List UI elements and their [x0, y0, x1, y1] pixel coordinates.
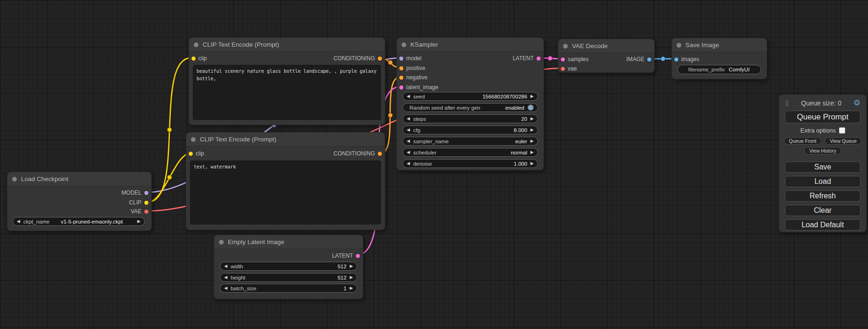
output-slot-clip[interactable]: CLIP [129, 198, 148, 207]
collapse-dot-icon[interactable] [563, 44, 568, 49]
latent-slot-dot[interactable] [356, 254, 360, 258]
output-slot-latent[interactable]: LATENT [332, 251, 360, 260]
view-queue-button[interactable]: View Queue [825, 137, 861, 145]
input-slot-images[interactable]: images [674, 55, 699, 64]
input-slot-model[interactable]: model [399, 54, 422, 63]
input-slot-clip[interactable]: clip [189, 149, 204, 158]
increment-arrow-icon[interactable]: ▶ [350, 286, 353, 290]
decrement-arrow-icon[interactable]: ◀ [224, 275, 227, 280]
output-slot-image[interactable]: IMAGE [626, 55, 651, 64]
output-slot-conditioning[interactable]: CONDITIONING [333, 149, 382, 158]
input-slot-negative[interactable]: negative [399, 73, 427, 82]
latent-slot-dot[interactable] [399, 85, 403, 90]
increment-arrow-icon[interactable]: ▶ [530, 150, 534, 154]
clear-button[interactable]: Clear [785, 205, 861, 216]
node-header[interactable]: Save Image [672, 38, 767, 52]
increment-arrow-icon[interactable]: ▶ [530, 94, 534, 98]
queue-panel[interactable]: ⣿ Queue size: 0 ⚙ Queue Prompt Extra opt… [779, 94, 867, 232]
decrement-arrow-icon[interactable]: ◀ [407, 161, 410, 166]
steps-widget[interactable]: ◀ steps 20 ▶ [402, 114, 538, 123]
latent-slot-dot[interactable] [536, 56, 541, 61]
node-load-checkpoint[interactable]: Load Checkpoint MODEL CLIP VAE ◀ ckpt_na… [7, 172, 152, 231]
filename-prefix-widget[interactable]: filename_prefix ComfyUI [677, 65, 761, 74]
node-ksampler[interactable]: KSampler model positive negative latent_… [396, 37, 544, 170]
decrement-arrow-icon[interactable]: ◀ [17, 219, 20, 224]
input-slot-clip[interactable]: clip [191, 54, 207, 63]
output-slot-vae[interactable]: VAE [131, 207, 148, 216]
width-widget[interactable]: ◀ width 512 ▶ [220, 262, 357, 271]
input-slot-vae[interactable]: vae [561, 64, 577, 73]
input-slot-positive[interactable]: positive [399, 63, 425, 73]
extra-options-checkbox[interactable] [839, 127, 845, 133]
cfg-widget[interactable]: ◀ cfg 8.000 ▶ [402, 126, 538, 134]
increment-arrow-icon[interactable]: ▶ [530, 161, 534, 166]
increment-arrow-icon[interactable]: ▶ [530, 139, 534, 143]
seed-widget[interactable]: ◀ seed 156680208700286 ▶ [402, 92, 538, 101]
decrement-arrow-icon[interactable]: ◀ [407, 128, 410, 132]
node-clip-text-encode-negative[interactable]: CLIP Text Encode (Prompt) clip CONDITION… [186, 132, 385, 230]
save-button[interactable]: Save [785, 161, 861, 173]
clip-slot-dot[interactable] [191, 56, 196, 61]
negative-prompt-textarea[interactable]: text, watermark [190, 161, 381, 224]
queue-front-button[interactable]: Queue Front [784, 137, 822, 145]
increment-arrow-icon[interactable]: ▶ [530, 117, 534, 121]
collapse-dot-icon[interactable] [194, 42, 198, 47]
queue-prompt-button[interactable]: Queue Prompt [785, 111, 861, 123]
decrement-arrow-icon[interactable]: ◀ [407, 139, 410, 143]
scheduler-widget[interactable]: ◀ scheduler normal ▶ [402, 148, 538, 157]
node-header[interactable]: KSampler [397, 38, 543, 52]
drag-handle-icon[interactable]: ⣿ [785, 100, 789, 106]
increment-arrow-icon[interactable]: ▶ [350, 275, 353, 280]
output-slot-conditioning[interactable]: CONDITIONING [333, 54, 382, 63]
vae-slot-dot[interactable] [561, 67, 565, 71]
decrement-arrow-icon[interactable]: ◀ [407, 117, 410, 121]
collapse-dot-icon[interactable] [677, 43, 681, 48]
latent-slot-dot[interactable] [561, 57, 565, 62]
conditioning-slot-dot[interactable] [378, 152, 382, 156]
gear-icon[interactable]: ⚙ [854, 99, 861, 107]
node-header[interactable]: VAE Decode [558, 39, 654, 53]
conditioning-slot-dot[interactable] [399, 66, 403, 70]
node-graph-canvas[interactable]: Load Checkpoint MODEL CLIP VAE ◀ ckpt_na… [0, 0, 868, 329]
image-slot-dot[interactable] [674, 57, 678, 62]
output-slot-latent[interactable]: LATENT [513, 54, 541, 63]
collapse-dot-icon[interactable] [12, 177, 17, 182]
increment-arrow-icon[interactable]: ▶ [530, 128, 534, 132]
batch-size-widget[interactable]: ◀ batch_size 1 ▶ [220, 284, 357, 293]
input-slot-latent-image[interactable]: latent_image [399, 83, 438, 92]
node-empty-latent-image[interactable]: Empty Latent Image LATENT ◀ width 512 ▶ … [214, 235, 363, 299]
sampler-name-widget[interactable]: ◀ sampler_name euler ▶ [402, 137, 538, 146]
load-button[interactable]: Load [785, 176, 861, 187]
node-header[interactable]: Empty Latent Image [214, 235, 363, 249]
decrement-arrow-icon[interactable]: ◀ [224, 286, 227, 290]
clip-slot-dot[interactable] [189, 152, 193, 156]
conditioning-slot-dot[interactable] [378, 56, 382, 61]
collapse-dot-icon[interactable] [402, 42, 406, 47]
height-widget[interactable]: ◀ height 512 ▶ [220, 273, 357, 282]
input-slot-samples[interactable]: samples [561, 55, 589, 64]
load-default-button[interactable]: Load Default [785, 219, 861, 231]
output-slot-model[interactable]: MODEL [121, 188, 148, 197]
image-slot-dot[interactable] [647, 57, 651, 62]
increment-arrow-icon[interactable]: ▶ [350, 264, 353, 268]
decrement-arrow-icon[interactable]: ◀ [407, 150, 410, 154]
node-clip-text-encode-positive[interactable]: CLIP Text Encode (Prompt) clip CONDITION… [189, 37, 385, 125]
random-seed-toggle-widget[interactable]: Random seed after every gen enabled [402, 103, 538, 112]
view-history-button[interactable]: View History [804, 147, 841, 154]
decrement-arrow-icon[interactable]: ◀ [224, 264, 227, 268]
vae-slot-dot[interactable] [144, 210, 148, 214]
model-slot-dot[interactable] [144, 191, 148, 195]
node-vae-decode[interactable]: VAE Decode samples vae IMAGE [558, 39, 655, 73]
ckpt-name-widget[interactable]: ◀ ckpt_name v1-5-pruned-emaonly.ckpt ▶ [13, 217, 145, 226]
toggle-enabled-icon[interactable] [528, 105, 534, 111]
node-header[interactable]: Load Checkpoint [7, 172, 151, 186]
clip-slot-dot[interactable] [144, 201, 148, 205]
decrement-arrow-icon[interactable]: ◀ [407, 94, 410, 98]
increment-arrow-icon[interactable]: ▶ [137, 219, 141, 224]
collapse-dot-icon[interactable] [219, 240, 224, 245]
model-slot-dot[interactable] [399, 56, 403, 61]
collapse-dot-icon[interactable] [191, 137, 196, 142]
node-save-image[interactable]: Save Image images filename_prefix ComfyU… [671, 38, 767, 79]
conditioning-slot-dot[interactable] [399, 76, 403, 80]
denoise-widget[interactable]: ◀ denoise 1.000 ▶ [402, 159, 538, 168]
